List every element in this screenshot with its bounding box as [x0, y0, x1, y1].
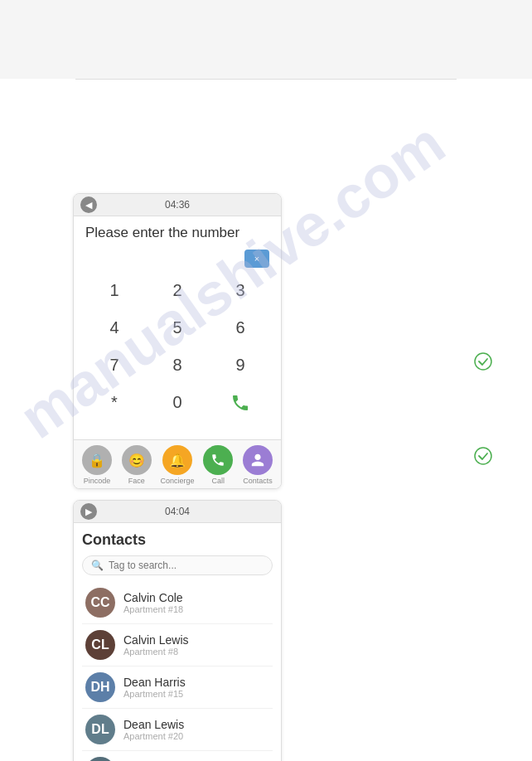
dial-key-star[interactable]: * [85, 386, 143, 424]
dialer-header: ◀ 04:36 [74, 194, 281, 216]
contact-info-dean-lewis: Dean Lewis Apartment #20 [123, 718, 184, 741]
svg-point-0 [475, 353, 491, 370]
contacts-search-input[interactable] [109, 560, 264, 571]
contact-info-calvin-cole: Calvin Cole Apartment #18 [123, 591, 183, 614]
dialer-body: Please enter the number × 1 2 3 4 5 6 7 … [74, 216, 281, 439]
check-icon-2 [474, 447, 492, 465]
concierge-icon: 🔔 [162, 445, 192, 475]
contacts-header: ▶ 04:04 [74, 501, 281, 523]
contact-name-calvin-lewis: Calvin Lewis [123, 633, 189, 647]
contacts-time: 04:04 [165, 506, 190, 517]
dialer-bottom-nav: 🔒 Pincode 😊 Face 🔔 Concierge Call [74, 439, 281, 488]
svg-point-1 [475, 448, 491, 464]
dialer-title: Please enter the number [85, 225, 269, 241]
contacts-title: Contacts [82, 531, 273, 549]
contacts-panel: ▶ 04:04 Contacts 🔍 CC Calvin Cole Apartm… [73, 500, 282, 761]
dial-key-7[interactable]: 7 [85, 349, 143, 381]
contact-item-calvin-cole[interactable]: CC Calvin Cole Apartment #18 [82, 582, 273, 624]
contact-apt-dean-harris: Apartment #15 [123, 689, 186, 699]
dial-key-1[interactable]: 1 [85, 274, 143, 307]
dial-key-0[interactable]: 0 [148, 386, 206, 424]
contacts-back-button[interactable]: ▶ [80, 503, 97, 520]
contacts-search-bar[interactable]: 🔍 [82, 555, 273, 575]
nav-concierge[interactable]: 🔔 Concierge [160, 445, 194, 485]
contact-item-dean-montgomery[interactable]: DM Dean Montgomery Apartment #... [82, 751, 273, 761]
dial-key-3[interactable]: 3 [211, 274, 269, 307]
nav-call-label: Call [212, 477, 225, 485]
dialer-back-button[interactable]: ◀ [80, 196, 97, 213]
contact-list: CC Calvin Cole Apartment #18 CL Calvin L… [82, 582, 273, 761]
dial-key-call[interactable] [211, 386, 269, 424]
nav-contacts-label: Contacts [243, 477, 273, 485]
contact-avatar-dean-harris: DH [85, 672, 115, 702]
dialer-time: 04:36 [165, 199, 190, 211]
dialer-input-row: × [85, 250, 269, 268]
top-divider [75, 79, 457, 80]
nav-concierge-label: Concierge [160, 477, 194, 485]
contact-item-calvin-lewis[interactable]: CL Calvin Lewis Apartment #8 [82, 624, 273, 666]
dial-key-4[interactable]: 4 [85, 312, 143, 344]
contact-item-dean-lewis[interactable]: DL Dean Lewis Apartment #20 [82, 709, 273, 751]
contact-name-dean-harris: Dean Harris [123, 676, 186, 689]
backspace-button[interactable]: × [244, 250, 269, 268]
contact-item-dean-harris[interactable]: DH Dean Harris Apartment #15 [82, 666, 273, 709]
contacts-body: Contacts 🔍 CC Calvin Cole Apartment #18 … [74, 523, 281, 761]
dial-key-6[interactable]: 6 [211, 312, 269, 344]
check-icon-1 [474, 352, 492, 371]
contact-apt-calvin-cole: Apartment #18 [123, 604, 183, 614]
contact-avatar-calvin-cole: CC [85, 588, 115, 618]
contacts-icon [243, 445, 273, 475]
contact-name-dean-lewis: Dean Lewis [123, 718, 184, 731]
contact-info-dean-harris: Dean Harris Apartment #15 [123, 676, 186, 699]
dial-key-8[interactable]: 8 [148, 349, 206, 381]
call-icon [203, 445, 233, 475]
dialpad: 1 2 3 4 5 6 7 8 9 * 0 [85, 274, 269, 424]
nav-face[interactable]: 😊 Face [121, 445, 152, 485]
search-icon: 🔍 [91, 560, 104, 571]
contact-apt-dean-lewis: Apartment #20 [123, 731, 184, 741]
dial-key-2[interactable]: 2 [148, 274, 206, 307]
nav-contacts[interactable]: Contacts [242, 445, 273, 485]
dialer-panel: ◀ 04:36 Please enter the number × 1 2 3 … [73, 193, 282, 489]
contact-apt-calvin-lewis: Apartment #8 [123, 647, 189, 657]
nav-pincode-label: Pincode [84, 477, 111, 485]
contact-avatar-dean-montgomery: DM [85, 757, 115, 761]
dial-key-5[interactable]: 5 [148, 312, 206, 344]
contact-info-calvin-lewis: Calvin Lewis Apartment #8 [123, 633, 189, 657]
pincode-icon: 🔒 [82, 445, 112, 475]
nav-face-label: Face [128, 477, 145, 485]
contact-avatar-dean-lewis: DL [85, 715, 115, 744]
dial-key-9[interactable]: 9 [211, 349, 269, 381]
face-icon: 😊 [122, 445, 152, 475]
contact-avatar-calvin-lewis: CL [85, 630, 115, 660]
contact-name-calvin-cole: Calvin Cole [123, 591, 183, 604]
nav-pincode[interactable]: 🔒 Pincode [81, 445, 113, 485]
nav-call[interactable]: Call [202, 445, 234, 485]
